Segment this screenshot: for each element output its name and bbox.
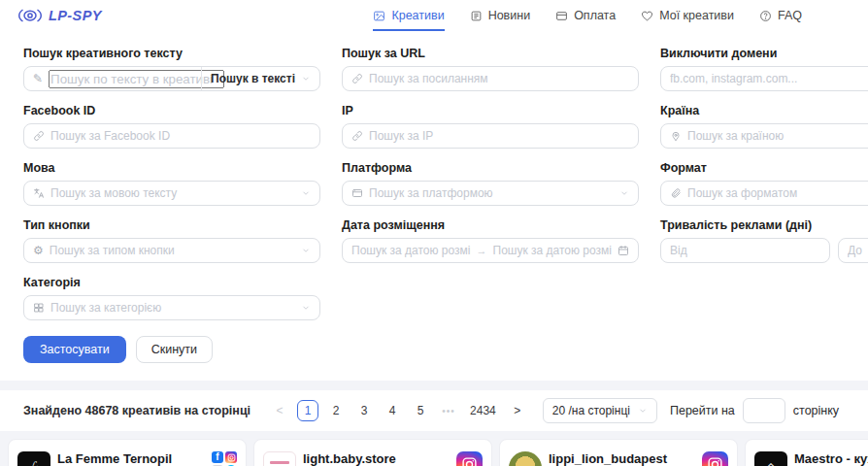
chevron-down-icon [638,406,648,416]
question-icon [759,10,772,22]
field-label: Пошук креативного тексту [23,47,320,60]
field-exclude-domains: Виключити домени [660,47,868,91]
field-label: Дата розміщення [342,218,639,232]
page-size-select[interactable]: 20 /на сторінці [543,398,657,423]
calendar-icon [618,245,629,256]
select-value: Пошук в тексті [211,72,295,85]
instagram-icon [702,451,728,466]
url-input[interactable] [369,72,629,85]
platform-select[interactable] [342,181,639,206]
field-label: Формат [660,161,868,175]
field-ip: IP [342,104,639,149]
field-button-type: Тип кнопки ⚙ [23,218,320,263]
chevron-down-icon [301,246,311,255]
language-input[interactable] [50,186,295,200]
field-label: Тип кнопки [23,218,320,232]
header: LP-SPY Креативи Новини Оплата Мої креати… [0,0,868,31]
creative-card: light.baby.store 2025-11-20 21:02:03 3 d… [253,439,492,466]
card-title: Maestro - кухні, ме [794,451,868,466]
link-icon [33,130,45,142]
pagination-page-4[interactable]: 4 [382,400,403,421]
pagination-page-2[interactable]: 2 [325,400,347,421]
date-range-picker[interactable]: → [342,238,639,263]
apply-button[interactable]: Застосувати [23,336,126,363]
date-from-input[interactable] [351,244,471,257]
text-search-mode-select[interactable]: Пошук в тексті [201,67,319,90]
paperclip-icon [670,187,682,199]
link-icon [351,130,363,142]
field-language: Мова [23,161,320,206]
chevron-down-icon [301,303,311,313]
tab-faq[interactable]: FAQ [759,0,802,31]
pagination-page-2434[interactable]: 2434 [466,400,500,421]
date-to-input[interactable] [493,244,613,257]
card-title: light.baby.store [303,451,401,466]
goto-label: Перейти на [670,404,735,417]
avatar: ℒ LA FEMME [17,451,50,466]
facebook-icon: f [212,451,223,463]
goto-page-input[interactable] [743,398,785,423]
filter-panel: Пошук креативного тексту ✎ Пошук в текст… [0,31,868,381]
tab-payment[interactable]: Оплата [555,0,616,31]
tab-creatives[interactable]: Креативи [373,0,444,31]
facebook-id-input[interactable] [50,129,311,143]
reset-button[interactable]: Скинути [136,336,213,363]
card-title: La Femme Ternopil [57,451,172,466]
field-label: Країна [660,104,868,117]
field-label: Категорія [23,276,320,289]
pagination-next[interactable]: > [507,400,528,421]
chevron-down-icon [301,74,311,83]
duration-from-input[interactable] [670,244,820,257]
avatar: ◈ [754,451,787,466]
arrow-right-icon: → [477,245,487,256]
location-pin-icon [670,130,682,142]
creative-card: ℒ LA FEMME La Femme Ternopil 2025-11-20 … [8,439,247,466]
field-label: Тривалість реклами (дні) [660,218,868,232]
country-select[interactable] [687,129,868,143]
button-type-input[interactable] [50,244,295,257]
format-input[interactable] [687,186,868,200]
category-input[interactable] [50,301,295,315]
field-text-search: Пошук креативного тексту ✎ Пошук в текст… [23,47,320,91]
eye-icon [17,7,43,24]
creative-card: lippi_lion_budapest 2025-11-20 21:02:03 … [499,439,738,466]
format-select[interactable] [660,181,868,206]
creative-card: ◈ Maestro - кухні, ме замовлення в Ужго … [745,439,868,466]
tab-my-creatives[interactable]: Мої креативи [641,0,734,31]
button-type-select[interactable]: ⚙ [23,238,320,263]
language-select[interactable] [23,181,320,206]
goto-page: Перейти на сторінку [670,398,839,423]
field-duration: Тривалість реклами (дні) [660,218,868,263]
field-label: Facebook ID [23,104,320,117]
exclude-domains-input[interactable] [670,72,868,85]
tab-label: Креативи [391,9,444,22]
category-select[interactable] [23,295,320,320]
network-badges: f [212,451,237,466]
pagination-page-5[interactable]: 5 [410,400,431,421]
pagination-prev[interactable]: < [269,400,290,421]
tab-news[interactable]: Новини [470,0,531,31]
brand-logo[interactable]: LP-SPY [17,7,102,24]
pagination-ellipsis[interactable]: ••• [438,400,459,421]
translate-icon [33,187,45,199]
pagination-page-3[interactable]: 3 [353,400,375,421]
brand-name: LP-SPY [49,8,102,23]
avatar [509,451,542,466]
gear-icon: ⚙ [33,245,44,256]
link-icon [351,73,363,84]
image-icon [373,10,385,22]
platform-input[interactable] [369,186,614,200]
tab-label: Оплата [574,9,616,22]
chevron-down-icon [619,188,629,198]
field-facebook-id: Facebook ID [23,104,320,149]
page-size-value: 20 /на сторінці [552,404,630,417]
grid-icon [33,302,45,314]
field-label: Платформа [342,161,639,175]
text-search-input[interactable] [49,70,224,88]
field-platform: Платформа [342,161,639,206]
pagination-page-1[interactable]: 1 [297,400,318,421]
field-label: Пошук за URL [342,47,639,60]
ip-input[interactable] [369,129,629,143]
tab-label: FAQ [778,9,802,22]
duration-to-input[interactable] [848,244,868,257]
